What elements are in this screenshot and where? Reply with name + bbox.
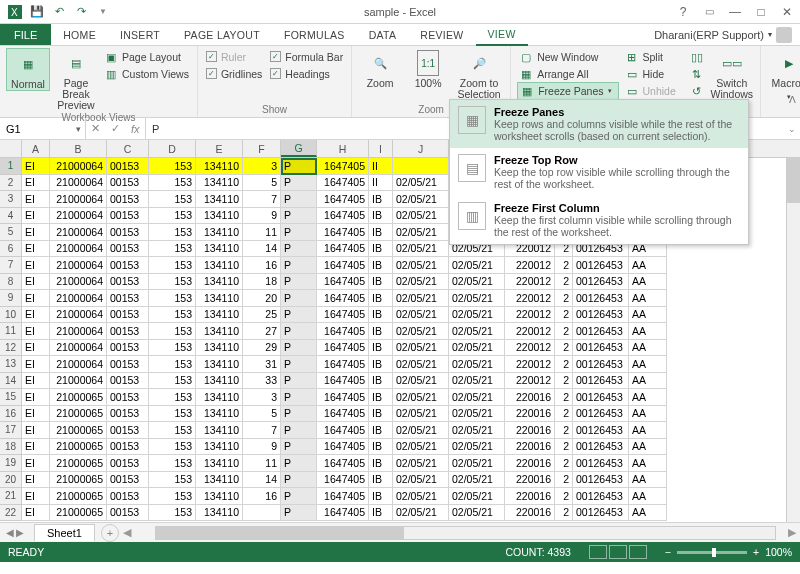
cell[interactable]: 00126453: [573, 274, 629, 291]
cell[interactable]: 220016: [505, 389, 555, 406]
column-header-I[interactable]: I: [369, 140, 393, 157]
row-header[interactable]: 13: [0, 356, 22, 373]
sheet-tab[interactable]: Sheet1: [34, 524, 95, 541]
cell[interactable]: 134110: [196, 175, 243, 192]
cell[interactable]: 220012: [505, 373, 555, 390]
cell[interactable]: 153: [149, 257, 196, 274]
cell[interactable]: IB: [369, 307, 393, 324]
cell[interactable]: 153: [149, 406, 196, 423]
cell[interactable]: 02/05/21: [393, 241, 449, 258]
cell[interactable]: 21000065: [50, 488, 107, 505]
cell[interactable]: AA: [629, 422, 667, 439]
cell[interactable]: 00153: [107, 158, 149, 175]
cell[interactable]: 02/05/21: [393, 257, 449, 274]
sync-scroll-button[interactable]: ⇅: [688, 65, 706, 82]
cell[interactable]: 21000064: [50, 224, 107, 241]
cell[interactable]: 00126453: [573, 389, 629, 406]
cell[interactable]: 20: [243, 290, 281, 307]
cell[interactable]: 00126453: [573, 356, 629, 373]
cell[interactable]: 02/05/21: [393, 455, 449, 472]
cell[interactable]: AA: [629, 373, 667, 390]
cell[interactable]: 00126453: [573, 455, 629, 472]
cell[interactable]: IB: [369, 257, 393, 274]
cell[interactable]: IB: [369, 488, 393, 505]
cell[interactable]: IB: [369, 356, 393, 373]
freeze-panes-button[interactable]: ▦Freeze Panes▾: [517, 82, 618, 100]
cell[interactable]: 02/05/21: [449, 257, 505, 274]
column-header-D[interactable]: D: [149, 140, 196, 157]
cell[interactable]: 02/05/21: [393, 406, 449, 423]
cell[interactable]: 134110: [196, 389, 243, 406]
cell[interactable]: 153: [149, 307, 196, 324]
cell[interactable]: IB: [369, 323, 393, 340]
cell[interactable]: 00126453: [573, 472, 629, 489]
zoom-100-button[interactable]: 1:1100%: [406, 48, 450, 89]
cell[interactable]: EI: [22, 439, 50, 456]
cell[interactable]: 1647405: [317, 340, 369, 357]
cell[interactable]: 134110: [196, 340, 243, 357]
cell[interactable]: EI: [22, 290, 50, 307]
cell[interactable]: 21000064: [50, 257, 107, 274]
cell[interactable]: 21000065: [50, 455, 107, 472]
cell[interactable]: 02/05/21: [393, 307, 449, 324]
cell[interactable]: P: [281, 472, 317, 489]
add-sheet-button[interactable]: +: [101, 524, 119, 542]
column-header-F[interactable]: F: [243, 140, 281, 157]
formula-bar-checkbox[interactable]: ✓Formula Bar: [268, 48, 345, 65]
tab-file[interactable]: FILE: [0, 24, 51, 45]
cell[interactable]: 134110: [196, 472, 243, 489]
cell[interactable]: EI: [22, 488, 50, 505]
cell[interactable]: 02/05/21: [449, 488, 505, 505]
cell[interactable]: 134110: [196, 191, 243, 208]
cell[interactable]: IB: [369, 389, 393, 406]
cell[interactable]: EI: [22, 472, 50, 489]
cell[interactable]: 2: [555, 340, 573, 357]
cell[interactable]: 21000064: [50, 241, 107, 258]
cell[interactable]: AA: [629, 323, 667, 340]
cell[interactable]: 153: [149, 224, 196, 241]
cell[interactable]: 00153: [107, 274, 149, 291]
unhide-button[interactable]: ▭Unhide: [623, 82, 678, 99]
cell[interactable]: EI: [22, 389, 50, 406]
cell[interactable]: 153: [149, 455, 196, 472]
cell[interactable]: 134110: [196, 323, 243, 340]
row-header[interactable]: 7: [0, 257, 22, 274]
cell[interactable]: 25: [243, 307, 281, 324]
column-header-E[interactable]: E: [196, 140, 243, 157]
cell[interactable]: 2: [555, 455, 573, 472]
vertical-scrollbar[interactable]: [786, 158, 800, 522]
cell[interactable]: 00153: [107, 241, 149, 258]
column-header-A[interactable]: A: [22, 140, 50, 157]
cell[interactable]: 02/05/21: [393, 488, 449, 505]
freeze-top-row-item[interactable]: ▤ Freeze Top RowKeep the top row visible…: [450, 148, 748, 196]
cell[interactable]: 21000065: [50, 422, 107, 439]
sheet-nav-prev-icon[interactable]: ◀: [6, 527, 14, 538]
name-box-dropdown-icon[interactable]: ▾: [76, 124, 81, 134]
cell[interactable]: [243, 505, 281, 522]
view-side-by-side-button[interactable]: ▯▯: [688, 48, 706, 65]
undo-icon[interactable]: ↶: [50, 3, 68, 21]
cell[interactable]: 220016: [505, 455, 555, 472]
cell[interactable]: 02/05/21: [393, 505, 449, 522]
cell[interactable]: 00126453: [573, 257, 629, 274]
cell[interactable]: 33: [243, 373, 281, 390]
cell[interactable]: 00153: [107, 455, 149, 472]
cell[interactable]: 00153: [107, 340, 149, 357]
cell[interactable]: 00153: [107, 290, 149, 307]
cell[interactable]: 153: [149, 241, 196, 258]
cell[interactable]: 21000064: [50, 356, 107, 373]
cell[interactable]: 2: [555, 422, 573, 439]
cell[interactable]: EI: [22, 505, 50, 522]
cell[interactable]: 1647405: [317, 191, 369, 208]
cell[interactable]: 153: [149, 439, 196, 456]
cell[interactable]: P: [281, 406, 317, 423]
cell[interactable]: 220016: [505, 406, 555, 423]
zoom-percent[interactable]: 100%: [765, 546, 792, 558]
row-header[interactable]: 18: [0, 439, 22, 456]
cell[interactable]: II: [369, 175, 393, 192]
cell[interactable]: 1647405: [317, 158, 369, 175]
cell[interactable]: 21000065: [50, 472, 107, 489]
cell[interactable]: 14: [243, 472, 281, 489]
cell[interactable]: 00126453: [573, 488, 629, 505]
cell[interactable]: 00126453: [573, 340, 629, 357]
